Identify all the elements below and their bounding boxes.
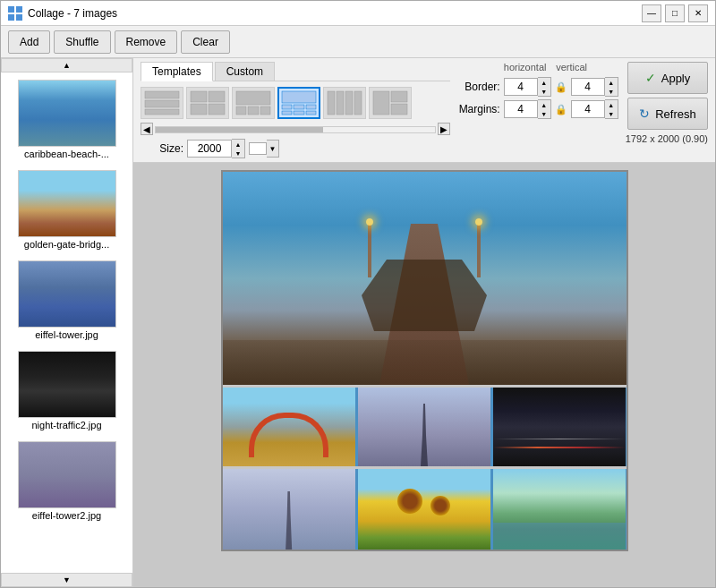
svg-rect-7 <box>191 91 207 102</box>
collage-top-image <box>223 172 626 385</box>
sidebar-label: eiffel-tower2.jpg <box>13 510 121 521</box>
size-decrement-button[interactable]: ▼ <box>232 149 244 158</box>
svg-rect-9 <box>191 104 207 115</box>
tab-custom[interactable]: Custom <box>215 62 275 81</box>
sidebar-item[interactable]: eiffel-tower.jpg <box>4 257 129 344</box>
template-scrollbar[interactable] <box>155 126 436 133</box>
templates-section: Templates Custom <box>141 62 450 158</box>
close-button[interactable]: ✕ <box>688 4 708 22</box>
template-thumb-5[interactable] <box>323 87 366 119</box>
margins-v-up[interactable]: ▲ <box>605 100 618 109</box>
horizontal-label: horizontal <box>504 62 547 72</box>
remove-button[interactable]: Remove <box>115 30 178 54</box>
size-label: Size: <box>141 142 183 155</box>
size-spinbox: ▲ ▼ <box>187 139 245 158</box>
toolbar: Add Shuffle Remove Clear <box>1 26 715 58</box>
color-dropdown-arrow[interactable]: ▼ <box>267 140 279 158</box>
svg-rect-28 <box>391 104 407 115</box>
shuffle-button[interactable]: Shuffle <box>54 30 110 54</box>
svg-rect-17 <box>294 105 304 109</box>
settings-section: horizontal vertical Border: ▲ ▼ 🔒 <box>457 62 618 119</box>
border-h-spinbox: ▲ ▼ <box>504 77 551 97</box>
margins-v-down[interactable]: ▼ <box>605 109 618 118</box>
sidebar: ▲ caribbean-beach-... golden-gate-bridg.… <box>1 58 133 587</box>
sidebar-scroll-up[interactable]: ▲ <box>1 58 132 72</box>
svg-rect-25 <box>354 91 362 115</box>
svg-rect-5 <box>145 100 179 107</box>
refresh-button[interactable]: ↻ Refresh <box>627 98 708 130</box>
border-lock-icon[interactable]: 🔒 <box>555 81 567 93</box>
margins-h-down[interactable]: ▼ <box>538 109 550 118</box>
settings-subheader: horizontal vertical <box>457 62 618 72</box>
svg-rect-16 <box>282 105 292 109</box>
scroll-left-arrow[interactable]: ◀ <box>141 123 153 135</box>
refresh-icon: ↻ <box>639 107 650 121</box>
window-controls: — □ ✕ <box>642 4 708 22</box>
title-bar: Collage - 7 images — □ ✕ <box>1 1 715 26</box>
sidebar-item[interactable]: eiffel-tower2.jpg <box>4 438 129 524</box>
scroll-right-arrow[interactable]: ▶ <box>438 123 450 135</box>
border-row: Border: ▲ ▼ 🔒 ▲ <box>457 77 618 97</box>
collage-cell-paris <box>223 469 355 550</box>
template-thumb-2[interactable] <box>186 87 229 119</box>
sidebar-item[interactable]: caribbean-beach-... <box>4 76 129 163</box>
size-input[interactable] <box>187 140 232 158</box>
add-button[interactable]: Add <box>8 30 50 54</box>
svg-rect-10 <box>209 104 225 115</box>
collage-cell-gate <box>223 388 355 466</box>
size-increment-button[interactable]: ▲ <box>232 140 244 149</box>
template-thumb-3[interactable] <box>232 87 275 119</box>
sidebar-thumb <box>18 260 116 328</box>
margins-lock-icon[interactable]: 🔒 <box>555 103 567 115</box>
svg-rect-2 <box>8 14 14 21</box>
svg-rect-26 <box>373 91 389 115</box>
refresh-label: Refresh <box>655 107 696 121</box>
border-v-input[interactable] <box>571 78 605 96</box>
collage-cell-traffic <box>493 388 626 466</box>
template-grid <box>141 85 450 121</box>
svg-rect-12 <box>236 107 246 115</box>
main-window: Collage - 7 images — □ ✕ Add Shuffle Rem… <box>0 0 716 588</box>
margins-v-spinbox: ▲ ▼ <box>571 99 618 119</box>
color-selector: ▼ <box>249 140 279 158</box>
margins-h-up[interactable]: ▲ <box>538 100 550 109</box>
window-title: Collage - 7 images <box>28 7 642 20</box>
border-h-up[interactable]: ▲ <box>538 78 550 87</box>
dimensions-text: 1792 x 2000 (0.90) <box>626 133 708 144</box>
margins-v-input[interactable] <box>571 100 605 118</box>
template-thumb-4[interactable] <box>277 87 320 119</box>
template-thumb-1[interactable] <box>141 87 183 119</box>
sidebar-scroll-down[interactable]: ▼ <box>1 573 132 587</box>
collage-cell-sunflowers <box>358 469 490 550</box>
clear-button[interactable]: Clear <box>181 30 230 54</box>
margins-row: Margins: ▲ ▼ 🔒 ▲ <box>457 99 618 119</box>
template-thumb-6[interactable] <box>369 87 412 119</box>
svg-rect-13 <box>248 107 259 115</box>
apply-button[interactable]: ✓ Apply <box>627 62 708 94</box>
apply-label: Apply <box>661 72 691 85</box>
svg-rect-21 <box>306 111 316 115</box>
color-swatch <box>249 142 267 155</box>
border-v-buttons: ▲ ▼ <box>605 77 618 97</box>
size-row: Size: ▲ ▼ ▼ <box>141 139 450 158</box>
sidebar-thumb <box>18 170 116 237</box>
template-scroll-row: ◀ ▶ <box>141 123 450 135</box>
border-h-input[interactable] <box>504 78 538 96</box>
controls-area: Templates Custom <box>133 58 715 163</box>
border-v-up[interactable]: ▲ <box>605 78 618 87</box>
sidebar-item[interactable]: night-traffic2.jpg <box>4 347 129 434</box>
sidebar-label: night-traffic2.jpg <box>13 420 121 430</box>
sidebar-label: eiffel-tower.jpg <box>13 329 121 340</box>
minimize-button[interactable]: — <box>642 4 661 22</box>
sidebar-item[interactable]: golden-gate-bridg... <box>4 166 129 253</box>
collage-row-1 <box>223 388 626 466</box>
svg-rect-23 <box>337 91 344 115</box>
margins-v-buttons: ▲ ▼ <box>605 99 618 119</box>
border-v-spinbox: ▲ ▼ <box>571 77 618 97</box>
tab-templates[interactable]: Templates <box>141 62 213 81</box>
margins-h-input[interactable] <box>504 100 538 118</box>
maximize-button[interactable]: □ <box>665 4 685 22</box>
border-h-down[interactable]: ▼ <box>538 87 550 96</box>
collage-row-2 <box>223 469 626 550</box>
border-v-down[interactable]: ▼ <box>605 87 618 96</box>
